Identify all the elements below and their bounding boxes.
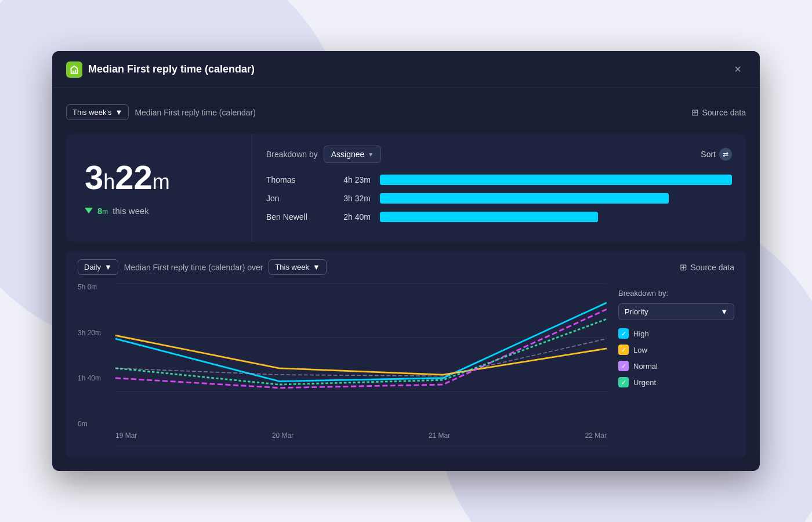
bar-name-1: Jon — [266, 194, 330, 203]
header-filter-bar: This week's ▼ Median First reply time (c… — [66, 97, 746, 125]
bar-rows: Thomas 4h 23m Jon 3h 32m B — [266, 175, 732, 222]
chart-range-dropdown[interactable]: This week ▼ — [269, 259, 326, 275]
legend-label-low: Low — [633, 346, 647, 354]
table-row: Jon 3h 32m — [266, 193, 732, 204]
top-section: 3h22m 8m this week Breakdown by Assignee… — [66, 134, 746, 242]
metric-m-unit: m — [153, 170, 170, 194]
bar-name-2: Ben Newell — [266, 212, 330, 222]
period-dropdown-value: This week's — [72, 108, 112, 117]
modal-body: This week's ▼ Median First reply time (c… — [52, 88, 760, 471]
modal-container: Median First reply time (calendar) × Thi… — [52, 51, 760, 471]
modal-title-group: Median First reply time (calendar) — [66, 61, 255, 78]
x-label-0: 19 Mar — [115, 432, 137, 445]
metric-value: 3h22m — [85, 161, 233, 194]
legend-item-low: ✓ Low — [618, 345, 734, 355]
legend-item-normal: ✓ Normal — [618, 361, 734, 371]
legend-item-high: ✓ High — [618, 328, 734, 339]
bar-track-1 — [380, 193, 732, 204]
bar-fill-2 — [380, 212, 598, 222]
chart-body: 5h 0m 3h 20m 1h 40m 0m — [66, 283, 746, 457]
source-data-icon-chart: ⊞ — [680, 262, 687, 273]
chart-legend: Breakdown by: Priority ▼ ✓ High ✓ Low — [618, 283, 734, 445]
source-data-label-chart: Source data — [691, 263, 735, 272]
chart-filter-left: Daily ▼ Median First reply time (calenda… — [78, 259, 327, 275]
x-label-2: 21 Mar — [429, 432, 450, 445]
breakdown-chevron: ▼ — [368, 151, 374, 158]
breakdown-panel: Breakdown by Assignee ▼ Sort ⇄ Thomas — [252, 134, 746, 242]
sort-button[interactable]: Sort ⇄ — [701, 148, 732, 161]
breakdown-dropdown-value: Assignee — [331, 150, 365, 159]
svg-rect-1 — [75, 70, 76, 72]
source-data-button-chart[interactable]: ⊞ Source data — [680, 262, 735, 273]
chart-filter-bar: Daily ▼ Median First reply time (calenda… — [66, 251, 746, 283]
legend-dropdown-value: Priority — [625, 307, 648, 316]
source-data-button-top[interactable]: ⊞ Source data — [691, 107, 746, 118]
modal-title: Median First reply time (calendar) — [88, 63, 255, 75]
legend-label-urgent: Urgent — [633, 378, 656, 387]
header-metric-label: Median First reply time (calendar) — [135, 108, 256, 117]
modal-header: Median First reply time (calendar) × — [52, 51, 760, 88]
sort-icon: ⇄ — [719, 148, 732, 161]
change-arrow-icon — [85, 208, 93, 213]
bar-track-0 — [380, 175, 732, 185]
chart-description: Median First reply time (calendar) over — [124, 263, 263, 272]
y-label-3: 0m — [78, 420, 113, 428]
table-row: Thomas 4h 23m — [266, 175, 732, 185]
breakdown-header: Breakdown by Assignee ▼ Sort ⇄ — [266, 146, 732, 163]
chart-section: Daily ▼ Median First reply time (calenda… — [66, 251, 746, 457]
chart-range-value: This week — [275, 263, 309, 271]
header-filter-left: This week's ▼ Median First reply time (c… — [66, 104, 256, 120]
metric-h-unit: h — [103, 170, 115, 194]
y-label-1: 3h 20m — [78, 329, 113, 337]
metric-panel: 3h22m 8m this week — [66, 134, 252, 242]
legend-check-high: ✓ — [618, 328, 629, 339]
y-label-0: 5h 0m — [78, 283, 113, 291]
legend-check-urgent: ✓ — [618, 377, 629, 387]
chart-period-chevron: ▼ — [104, 263, 112, 271]
chart-range-chevron: ▼ — [313, 263, 320, 271]
legend-item-urgent: ✓ Urgent — [618, 377, 734, 387]
chart-period-value: Daily — [84, 263, 101, 271]
y-axis-labels: 5h 0m 3h 20m 1h 40m 0m — [78, 283, 113, 428]
legend-check-low: ✓ — [618, 345, 629, 355]
legend-dropdown-chevron: ▼ — [720, 307, 728, 316]
table-row: Ben Newell 2h 40m — [266, 212, 732, 222]
chart-svg — [115, 283, 607, 447]
metric-h: 3 — [85, 158, 103, 196]
chart-area: 5h 0m 3h 20m 1h 40m 0m — [78, 283, 607, 445]
breakdown-by-row: Breakdown by Assignee ▼ — [266, 146, 381, 163]
legend-priority-dropdown[interactable]: Priority ▼ — [618, 303, 734, 320]
metric-m: 22 — [115, 158, 153, 196]
app-icon — [66, 61, 82, 78]
breakdown-label: Breakdown by — [266, 150, 318, 159]
bar-track-2 — [380, 212, 732, 222]
change-label: this week — [113, 206, 149, 216]
source-data-label-top: Source data — [702, 108, 746, 117]
metric-change: 8m this week — [85, 206, 233, 216]
legend-label-normal: Normal — [633, 362, 658, 371]
sort-label: Sort — [701, 150, 716, 159]
bar-name-0: Thomas — [266, 175, 330, 184]
change-value: 8m — [97, 206, 108, 216]
svg-rect-0 — [72, 70, 74, 72]
source-data-icon-top: ⊞ — [691, 107, 699, 118]
x-label-1: 20 Mar — [272, 432, 293, 445]
bar-time-0: 4h 23m — [330, 175, 371, 184]
close-button[interactable]: × — [730, 60, 746, 78]
legend-label-high: High — [633, 329, 649, 338]
bar-fill-1 — [380, 193, 669, 204]
bar-time-1: 3h 32m — [330, 194, 371, 203]
period-dropdown-chevron: ▼ — [115, 108, 123, 117]
bar-time-2: 2h 40m — [330, 212, 371, 222]
x-label-3: 22 Mar — [585, 432, 607, 445]
legend-check-normal: ✓ — [618, 361, 629, 371]
period-dropdown[interactable]: This week's ▼ — [66, 104, 129, 120]
legend-title: Breakdown by: — [618, 289, 734, 298]
chart-period-dropdown[interactable]: Daily ▼ — [78, 259, 118, 275]
breakdown-dropdown[interactable]: Assignee ▼ — [324, 146, 382, 163]
x-axis-labels: 19 Mar 20 Mar 21 Mar 22 Mar — [115, 432, 607, 445]
bar-fill-0 — [380, 175, 732, 185]
y-label-2: 1h 40m — [78, 374, 113, 382]
